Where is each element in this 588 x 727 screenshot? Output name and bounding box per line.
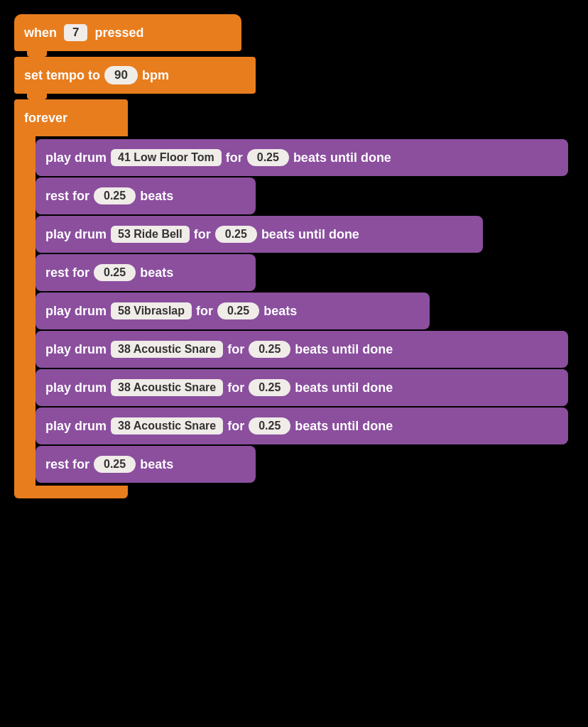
drum-5-name[interactable]: 38 Acoustic Snare — [111, 379, 223, 396]
tempo-value[interactable]: 90 — [104, 66, 138, 84]
drum-6-beats[interactable]: 0.25 — [249, 417, 290, 434]
rest-3-block[interactable]: rest for 0.25 beats — [36, 446, 256, 483]
play-drum-1-block[interactable]: play drum 41 Low Floor Tom for 0.25 beat… — [36, 139, 568, 176]
drum-4-beats[interactable]: 0.25 — [249, 341, 290, 358]
forever-block[interactable]: forever — [14, 99, 128, 136]
drum-4-name[interactable]: 38 Acoustic Snare — [111, 341, 223, 358]
play-drum-6-block[interactable]: play drum 38 Acoustic Snare for 0.25 bea… — [36, 408, 568, 444]
key-pill[interactable]: 7 — [64, 24, 87, 41]
drum-6-name[interactable]: 38 Acoustic Snare — [111, 417, 223, 434]
forever-label: forever — [24, 111, 67, 126]
drum-2-beats[interactable]: 0.25 — [215, 226, 257, 243]
drum-3-beats[interactable]: 0.25 — [217, 302, 259, 319]
play-drum-4-block[interactable]: play drum 38 Acoustic Snare for 0.25 bea… — [36, 331, 568, 368]
play-drum-3-block[interactable]: play drum 58 Vibraslap for 0.25 beats — [36, 293, 430, 329]
when-pressed-block[interactable]: when 7 pressed — [14, 14, 241, 51]
drum-5-beats[interactable]: 0.25 — [249, 379, 290, 396]
rest-2-block[interactable]: rest for 0.25 beats — [36, 254, 256, 291]
drum-2-name[interactable]: 53 Ride Bell — [111, 226, 190, 243]
rest-3-beats[interactable]: 0.25 — [94, 456, 136, 473]
rest-1-block[interactable]: rest for 0.25 beats — [36, 177, 256, 214]
set-tempo-label: set tempo to — [24, 68, 100, 83]
bpm-label: bpm — [142, 68, 169, 83]
rest-2-beats[interactable]: 0.25 — [94, 264, 136, 281]
rest-1-beats[interactable]: 0.25 — [94, 187, 136, 204]
pressed-label: pressed — [94, 26, 143, 40]
when-label: when — [24, 26, 57, 40]
drum-1-beats[interactable]: 0.25 — [247, 149, 289, 166]
set-tempo-block[interactable]: set tempo to 90 bpm — [14, 57, 256, 94]
drum-1-name[interactable]: 41 Low Floor Tom — [111, 149, 222, 166]
play-drum-5-block[interactable]: play drum 38 Acoustic Snare for 0.25 bea… — [36, 369, 568, 406]
play-drum-2-block[interactable]: play drum 53 Ride Bell for 0.25 beats un… — [36, 216, 483, 253]
drum-3-name[interactable]: 58 Vibraslap — [111, 302, 192, 319]
